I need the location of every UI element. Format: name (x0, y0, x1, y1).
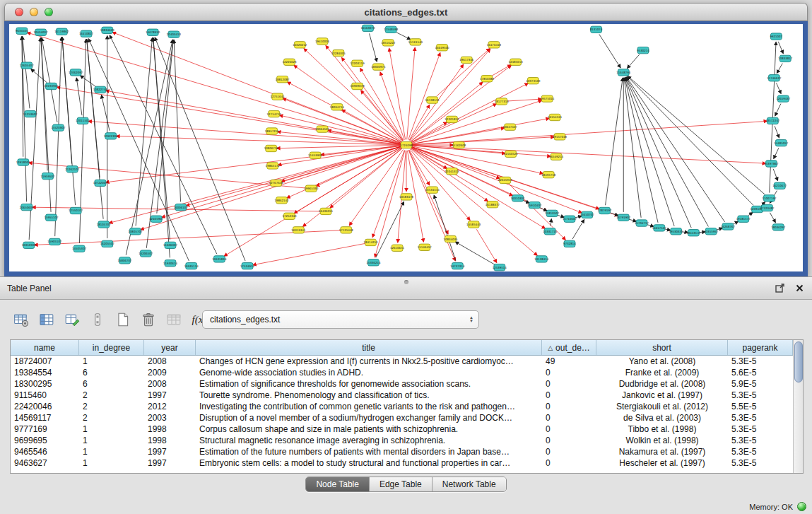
column-header-in-degree[interactable]: in_degree (79, 340, 144, 355)
table-cell[interactable]: 9465546 (11, 447, 79, 457)
graph-node[interactable]: 12751641 (271, 93, 286, 100)
graph-node[interactable]: 12062097 (69, 69, 83, 76)
graph-node[interactable]: 10822748 (93, 86, 108, 93)
table-cell[interactable]: 2 (79, 413, 144, 423)
graph-node[interactable]: 18414253 (363, 239, 378, 245)
zoom-window-button[interactable] (45, 8, 53, 16)
table-cell[interactable]: 1998 (144, 424, 196, 434)
graph-node[interactable]: 11959507 (40, 173, 55, 179)
graph-node[interactable]: 19965330 (304, 185, 319, 192)
graph-node[interactable]: 16006107 (174, 204, 189, 210)
graph-node[interactable]: 19617346 (459, 57, 474, 63)
table-cell[interactable]: 0 (542, 368, 596, 378)
graph-node[interactable]: 16205507 (100, 240, 115, 247)
graph-node[interactable]: 18094714 (330, 104, 345, 110)
graph-node[interactable]: 18177313 (495, 98, 510, 105)
graph-node[interactable]: 18957215 (265, 128, 280, 134)
graph-node[interactable]: 18300975 (371, 64, 386, 70)
graph-node[interactable]: 22045913 (498, 177, 513, 183)
table-cell[interactable]: 5.3E-5 (728, 447, 793, 457)
graph-node[interactable]: 10355957 (704, 228, 719, 235)
table-cell[interactable]: 2009 (144, 368, 196, 378)
graph-node[interactable]: 17252340 (282, 213, 297, 219)
minimize-window-button[interactable] (30, 8, 38, 16)
graph-node[interactable]: 15124549 (408, 39, 423, 45)
graph-node[interactable]: 9634505 (16, 28, 28, 34)
graph-node[interactable]: 15520807 (51, 124, 66, 131)
table-cell[interactable]: Estimation of the future numbers of pati… (196, 447, 542, 457)
table-cell[interactable]: Tibbo et al. (1998) (596, 424, 728, 434)
graph-node[interactable]: 16476418 (487, 42, 502, 48)
graph-node[interactable]: 11930614 (163, 260, 178, 267)
graph-node[interactable]: 16563073 (360, 25, 375, 31)
column-header-out-degree[interactable]: △out_de… (542, 340, 596, 355)
graph-node[interactable]: 19530337 (669, 228, 684, 235)
show-columns-button[interactable] (37, 310, 57, 329)
table-cell[interactable]: 18300295 (11, 379, 79, 389)
column-header-year[interactable]: year (144, 340, 196, 355)
graph-node[interactable]: 9732814 (563, 240, 576, 247)
graph-node[interactable]: 18443147 (686, 230, 701, 236)
graph-node[interactable]: 19862142 (275, 197, 290, 204)
graph-node[interactable]: 10434007 (34, 29, 49, 35)
table-cell[interactable]: 0 (542, 379, 596, 389)
table-cell[interactable]: 6 (79, 368, 144, 378)
table-cell[interactable]: 1997 (144, 458, 196, 468)
graph-node[interactable]: 9530214 (637, 47, 649, 53)
table-cell[interactable]: 0 (542, 447, 596, 457)
graph-node[interactable]: 12918007 (16, 159, 31, 165)
graph-node[interactable]: 16210677 (772, 182, 787, 189)
table-cell[interactable]: 2 (79, 390, 144, 400)
graph-node[interactable]: 10350907 (22, 242, 37, 248)
table-cell[interactable]: 19384554 (11, 368, 79, 378)
close-window-button[interactable] (15, 8, 23, 16)
table-cell[interactable]: 0 (542, 458, 596, 468)
graph-node[interactable]: 15710607 (563, 216, 577, 222)
column-header-short[interactable]: short (596, 340, 728, 355)
table-cell[interactable]: 1 (79, 356, 144, 366)
graph-node[interactable]: 13534514 (425, 187, 440, 193)
edit-table-button[interactable] (62, 310, 82, 329)
network-select[interactable]: citations_edges.txt ▲▼ (202, 310, 479, 329)
graph-node[interactable]: 14617527 (652, 225, 667, 231)
table-row[interactable]: 1830029562008Estimation of significance … (11, 378, 793, 390)
table-cell[interactable]: de Silva et al. (2003) (596, 413, 728, 423)
table-row[interactable]: 946554611997Estimation of the future num… (11, 446, 793, 457)
table-scrollbar[interactable] (793, 340, 803, 473)
tab-node-table[interactable]: Node Table (306, 477, 370, 491)
table-cell[interactable]: 1 (79, 458, 144, 468)
graph-node[interactable]: 10973509 (526, 77, 541, 83)
delete-button[interactable] (139, 310, 158, 329)
network-graph[interactable]: 1724098185162221512454916649500196173461… (9, 24, 803, 271)
table-cell[interactable]: Embryonic stem cells: a model to study s… (196, 458, 542, 468)
tab-edge-table[interactable]: Edge Table (370, 477, 433, 491)
close-panel-icon[interactable] (794, 283, 805, 294)
graph-node[interactable]: 10647427 (503, 124, 518, 130)
table-cell[interactable]: 5.3E-5 (728, 458, 793, 468)
graph-node[interactable]: 15905107 (47, 238, 62, 245)
graph-node[interactable]: 12659437 (776, 95, 791, 102)
table-cell[interactable]: 5.9E-5 (728, 379, 793, 389)
table-cell[interactable]: 1997 (144, 447, 196, 457)
graph-node[interactable]: 17879197 (597, 207, 612, 214)
graph-node[interactable]: 18495758 (541, 171, 556, 177)
graph-node[interactable]: 19181577 (736, 216, 751, 222)
table-cell[interactable]: 5.5E-5 (728, 402, 793, 411)
graph-node[interactable]: 15806707 (117, 257, 132, 264)
table-cell[interactable]: 0 (542, 413, 596, 423)
table-cell[interactable]: 22420046 (11, 402, 79, 411)
table-cell[interactable]: 5.3E-5 (728, 436, 793, 445)
graph-node[interactable]: 16410827 (79, 30, 94, 37)
table-cell[interactable]: Genome-wide association studies in ADHD. (196, 368, 542, 378)
graph-node[interactable]: 16010307 (511, 195, 526, 201)
table-cell[interactable]: Changes of HCN gene expression and I(f) … (196, 356, 542, 366)
table-cell[interactable]: 5.3E-5 (728, 356, 793, 366)
graph-node[interactable]: 12405907 (149, 216, 164, 222)
table-cell[interactable]: 2003 (144, 413, 196, 423)
graph-node[interactable]: 11007197 (762, 195, 777, 201)
graph-node[interactable]: 12754712 (267, 110, 282, 117)
graph-node[interactable]: 14505307 (72, 245, 87, 252)
table-cell[interactable]: 1 (79, 447, 144, 457)
table-cell[interactable]: Investigating the contribution of common… (196, 402, 542, 411)
table-cell[interactable]: Nakamura et al. (1997) (596, 447, 728, 457)
